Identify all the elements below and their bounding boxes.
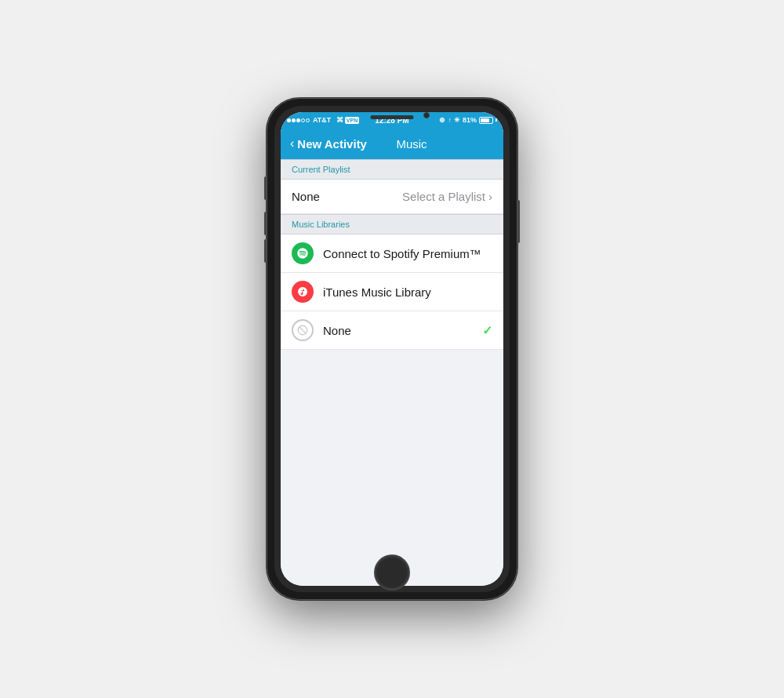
bluetooth-icon: ✳ xyxy=(454,116,460,124)
music-libraries-header: Music Libraries xyxy=(281,214,503,234)
carrier-label: AT&T xyxy=(313,116,331,124)
speaker xyxy=(371,115,414,119)
status-left: AT&T ⌘ VPN xyxy=(287,116,359,124)
signal-dot-3 xyxy=(296,118,300,122)
none-row[interactable]: None ✓ xyxy=(281,311,503,350)
back-chevron-icon: ‹ xyxy=(290,136,294,151)
spotify-icon xyxy=(292,242,314,264)
location-icon: ⊕ xyxy=(439,116,445,124)
screen-title: Music xyxy=(396,137,426,151)
battery-tip xyxy=(495,118,497,122)
wifi-icon: ⌘ xyxy=(336,116,343,124)
camera xyxy=(423,112,430,118)
checkmark-icon: ✓ xyxy=(482,323,492,338)
home-button[interactable] xyxy=(374,554,410,591)
signal-dot-1 xyxy=(287,118,291,122)
content-area: Current Playlist None Select a Playlist … xyxy=(281,159,503,586)
itunes-icon xyxy=(292,281,314,303)
spotify-row[interactable]: Connect to Spotify Premium™ xyxy=(281,234,503,273)
arrow-icon: ↑ xyxy=(448,116,452,124)
battery-percent: 81% xyxy=(463,116,477,124)
current-playlist-row[interactable]: None Select a Playlist › xyxy=(281,180,503,214)
itunes-label: iTunes Music Library xyxy=(323,285,492,299)
spotify-label: Connect to Spotify Premium™ xyxy=(323,247,492,260)
phone-shell: AT&T ⌘ VPN 12:28 PM ⊕ ↑ ✳ 81% xyxy=(267,98,517,600)
signal-dots xyxy=(287,118,310,122)
signal-dot-2 xyxy=(292,118,296,122)
none-icon xyxy=(292,319,314,341)
back-label: New Activity xyxy=(297,137,367,151)
select-playlist-label: Select a Playlist xyxy=(402,190,485,203)
none-label: None xyxy=(323,324,482,337)
phone-screen: AT&T ⌘ VPN 12:28 PM ⊕ ↑ ✳ 81% xyxy=(281,112,503,586)
signal-dot-5 xyxy=(306,118,310,122)
signal-dot-4 xyxy=(301,118,305,122)
status-bar: AT&T ⌘ VPN 12:28 PM ⊕ ↑ ✳ 81% xyxy=(281,112,503,128)
battery-icon xyxy=(479,117,493,124)
itunes-row[interactable]: iTunes Music Library xyxy=(281,273,503,311)
nav-bar: ‹ New Activity Music xyxy=(281,128,503,159)
select-playlist-button[interactable]: Select a Playlist › xyxy=(402,190,492,203)
current-playlist-header: Current Playlist xyxy=(281,159,503,180)
status-right: ⊕ ↑ ✳ 81% xyxy=(439,116,497,124)
svg-line-1 xyxy=(299,327,306,333)
vpn-badge: VPN xyxy=(345,117,359,124)
select-playlist-chevron: › xyxy=(488,190,492,203)
back-button[interactable]: ‹ New Activity xyxy=(290,136,367,151)
current-playlist-value: None xyxy=(292,190,320,203)
screen-wrapper: AT&T ⌘ VPN 12:28 PM ⊕ ↑ ✳ 81% xyxy=(274,106,510,592)
